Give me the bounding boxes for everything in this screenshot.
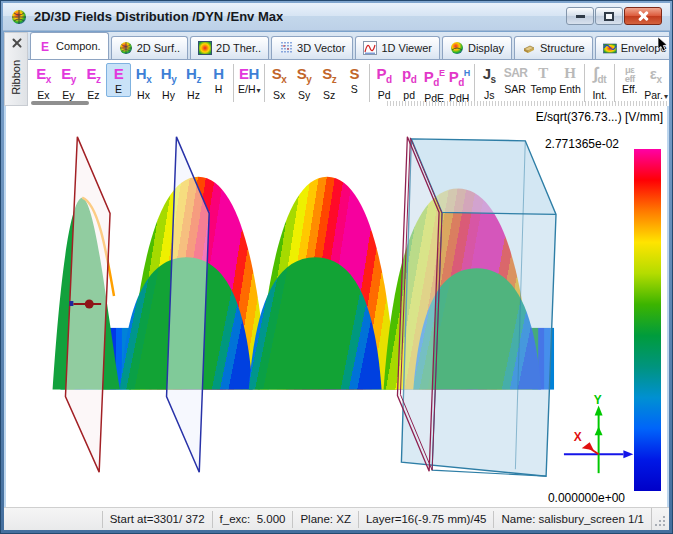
component-e-icon: E bbox=[38, 39, 52, 53]
plane-marker-dot[interactable] bbox=[85, 300, 94, 309]
tab-compon[interactable]: E Compon. bbox=[30, 32, 109, 59]
toolbar-button-pd[interactable]: PdPd bbox=[372, 63, 397, 103]
toolbar-button-sz[interactable]: SzSz bbox=[317, 63, 342, 103]
structure-slab-icon bbox=[522, 41, 536, 55]
toolbar-separator bbox=[474, 64, 475, 102]
tab-2d-surf[interactable]: 2D Surf.. bbox=[111, 36, 188, 59]
cut-plane-red[interactable] bbox=[65, 137, 110, 472]
vector-field-icon bbox=[279, 41, 293, 55]
tab-2d-ther[interactable]: 2D Ther.. bbox=[190, 36, 269, 59]
tab-1d-viewer[interactable]: 1D Viewer bbox=[355, 36, 440, 59]
minimize-button[interactable] bbox=[566, 7, 594, 25]
tab-structure[interactable]: Structure bbox=[514, 36, 593, 59]
status-f-exc: f_exc: 5.000 bbox=[212, 511, 293, 528]
field-3d-scene[interactable]: Z Y X bbox=[6, 106, 667, 507]
ribbon-tab-bar: E Compon. 2D Surf.. 2D Ther.. 3D Vector bbox=[28, 32, 669, 59]
toolbar-button-enth[interactable]: HEnth bbox=[557, 63, 582, 97]
toolbar-separator bbox=[233, 64, 234, 102]
title-bar[interactable]: 2D/3D Fields Distribution /DYN /Env Max bbox=[3, 3, 670, 31]
colorbar-min-value: 0.000000e+00 bbox=[548, 491, 625, 505]
line-chart-icon bbox=[363, 41, 377, 55]
tab-3d-vector[interactable]: 3D Vector bbox=[271, 36, 353, 59]
toolbar-button-ey[interactable]: EyEy bbox=[56, 63, 81, 103]
toolbar-button-sar[interactable]: SARSAR bbox=[502, 63, 529, 97]
surface-sphere-icon bbox=[119, 41, 133, 55]
toolbar-button-e-selected[interactable]: EE bbox=[106, 63, 131, 97]
thermal-plot-icon bbox=[198, 41, 212, 55]
caption-buttons bbox=[566, 7, 662, 25]
toolbar-button-hz[interactable]: HzHz bbox=[181, 63, 206, 103]
plane-handle[interactable] bbox=[69, 301, 73, 306]
toolbar-button-h[interactable]: HH bbox=[206, 63, 231, 97]
toolbar-button-pdh[interactable]: PdHPdH bbox=[447, 63, 472, 106]
status-name: Name: salisbury_screen 1/1 bbox=[493, 511, 651, 528]
x-axis-label: X bbox=[574, 430, 582, 444]
toolbar-button-pde[interactable]: PdEPdE bbox=[422, 63, 447, 106]
y-axis-label: Y bbox=[594, 392, 602, 406]
status-layer: Layer=16(-9.75 mm)/45 bbox=[358, 511, 494, 528]
colorbar-title: E/sqrt(376.73...) [V/mm] bbox=[536, 110, 663, 124]
window-title: 2D/3D Fields Distribution /DYN /Env Max bbox=[34, 9, 283, 24]
toolbar-button-int[interactable]: ∫dtInt. bbox=[587, 63, 612, 103]
svg-text:E: E bbox=[41, 40, 49, 53]
tab-display[interactable]: Display bbox=[442, 36, 512, 59]
app-window: 2D/3D Fields Distribution /DYN /Env Max … bbox=[0, 0, 673, 534]
colorbar bbox=[634, 149, 661, 491]
toolbar-button-ex[interactable]: ExEx bbox=[31, 63, 56, 103]
toolbar-separator bbox=[584, 64, 585, 102]
restore-icon bbox=[604, 12, 614, 21]
colorbar-max-value: 2.771365e-02 bbox=[545, 137, 619, 151]
component-toolbar: ExEx EyEy EzEz EE HxHx HyHy HzHz HH EHE/… bbox=[28, 59, 669, 106]
status-plane: Plane: XZ bbox=[292, 511, 358, 528]
mouse-cursor-icon bbox=[657, 37, 669, 52]
plot-area: Z Y X E/sqrt(376.73...) [V/mm] 2.771365e… bbox=[4, 106, 669, 507]
restore-button[interactable] bbox=[595, 7, 623, 25]
toolbar-button-temp[interactable]: TTemp bbox=[529, 63, 558, 97]
ribbon-scroll-thumb[interactable] bbox=[31, 101, 89, 105]
dropdown-icon: ▾ bbox=[664, 92, 668, 101]
toolbar-button-pd-lower[interactable]: pdpd bbox=[397, 63, 422, 103]
status-bar: Start at=3301/ 372 f_exc: 5.000 Plane: X… bbox=[4, 507, 669, 530]
ribbon-side-strip: Ribbon bbox=[4, 32, 28, 106]
toolbar-separator bbox=[264, 64, 265, 102]
toolbar-button-par[interactable]: εxPar.▾ bbox=[642, 63, 669, 104]
close-icon bbox=[637, 10, 649, 22]
toolbar-button-s[interactable]: SS bbox=[342, 63, 367, 97]
toolbar-separator bbox=[614, 64, 615, 102]
minimize-icon bbox=[576, 15, 585, 18]
ribbon-grip-dots bbox=[387, 101, 667, 106]
ribbon-close-button[interactable] bbox=[8, 35, 25, 51]
toolbar-button-eff[interactable]: μεeffEff. bbox=[617, 63, 642, 97]
toolbar-button-sy[interactable]: SySy bbox=[292, 63, 317, 103]
ribbon-strip-label: Ribbon bbox=[10, 60, 22, 95]
toolbar-button-hx[interactable]: HxHx bbox=[131, 63, 156, 103]
toolbar-button-js[interactable]: JsJs bbox=[477, 63, 502, 103]
toolbar-separator bbox=[369, 64, 370, 102]
toolbar-button-eh[interactable]: EHE/H▾ bbox=[236, 63, 262, 98]
app-icon bbox=[11, 9, 27, 25]
resize-grip[interactable] bbox=[651, 508, 669, 530]
display-sphere-icon bbox=[450, 41, 464, 55]
envelope-wave-icon bbox=[603, 41, 617, 55]
toolbar-button-ez[interactable]: EzEz bbox=[81, 63, 106, 103]
dropdown-icon: ▾ bbox=[257, 86, 261, 95]
status-start-at: Start at=3301/ 372 bbox=[102, 511, 212, 528]
axis-triad: Z Y X bbox=[564, 392, 643, 473]
toolbar-button-hy[interactable]: HyHy bbox=[156, 63, 181, 103]
toolbar-button-sx[interactable]: SxSx bbox=[267, 63, 292, 103]
close-button[interactable] bbox=[624, 7, 662, 25]
